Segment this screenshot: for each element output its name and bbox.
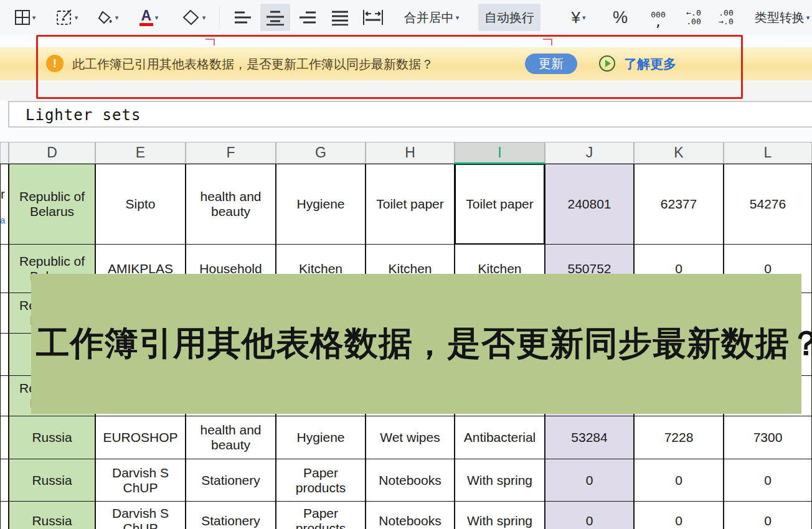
column-header-partial[interactable] (0, 142, 9, 164)
cell-G1[interactable]: Hygiene (276, 164, 366, 245)
fill-color-button[interactable]: ▾ (91, 4, 125, 31)
chevron-down-icon: ▾ (115, 14, 119, 22)
cell-L8[interactable]: 0 (724, 501, 812, 529)
cell-H8[interactable]: Notebooks (366, 501, 455, 529)
chevron-down-icon: ▾ (202, 14, 206, 22)
cell-I6[interactable]: Antibacterial (455, 416, 545, 459)
currency-button[interactable]: ¥ ▾ (562, 4, 595, 31)
cell-I8[interactable]: With spring (455, 501, 545, 529)
column-header-K[interactable]: K (634, 142, 724, 164)
chevron-down-icon: ▾ (155, 14, 159, 22)
column-header-H[interactable]: H (366, 142, 455, 164)
increase-decimal-button[interactable]: ←.0 .00 (680, 4, 707, 31)
cell-G8[interactable]: Paper products (276, 501, 366, 529)
wrap-text-button[interactable]: 自动换行 (478, 4, 541, 31)
cell-H7[interactable]: Notebooks (366, 459, 455, 502)
font-color-button[interactable]: A ▾ (133, 4, 164, 31)
thousands-separator-button[interactable]: 000 , (644, 4, 673, 31)
chevron-down-icon: ▾ (806, 14, 810, 22)
cell-E6[interactable]: EUROSHOP (95, 416, 186, 459)
cell-G6[interactable]: Hygiene (276, 416, 366, 459)
cell-K6[interactable]: 7228 (634, 416, 724, 459)
cell-F1[interactable]: health and beauty (186, 164, 276, 245)
column-header-I[interactable]: I (455, 142, 545, 164)
selected-column-underline (455, 162, 545, 164)
cell-partial[interactable] (0, 375, 9, 416)
cell-L7[interactable]: 0 (724, 459, 812, 502)
cell-E8[interactable]: Darvish S ChUP (95, 501, 186, 529)
cell-partial[interactable] (0, 244, 9, 293)
cell-I7[interactable]: With spring (455, 459, 545, 502)
indent-icon (362, 9, 384, 26)
cell-J6[interactable]: 53284 (545, 416, 634, 459)
align-left-button[interactable] (228, 4, 258, 31)
column-header-L[interactable]: L (724, 142, 812, 164)
cell-F6[interactable]: health and beauty (186, 416, 276, 459)
align-right-icon (297, 9, 318, 26)
cell-D1[interactable]: Republic of Belarus (9, 164, 95, 245)
indent-button[interactable] (357, 4, 389, 31)
cell-D8[interactable]: Russia (9, 501, 95, 529)
cell-partial[interactable] (0, 459, 9, 502)
cell-partial[interactable] (0, 416, 9, 459)
cell-K8[interactable]: 0 (634, 501, 724, 529)
borders-button[interactable]: ▾ (9, 4, 41, 31)
cell-partial[interactable] (0, 293, 9, 334)
caption-overlay: 工作簿引用其他表格数据，是否更新同步最新数据？ (31, 274, 801, 414)
reference-update-banner: ! 此工作簿已引用其他表格数据，是否更新工作簿以同步最新数据？ 更新 了解更多 (0, 47, 812, 80)
type-convert-button[interactable]: 类型转换 ▾ (752, 4, 812, 31)
draw-border-button[interactable]: ▾ (50, 4, 83, 31)
cell-H1[interactable]: Toilet paper (366, 164, 455, 245)
column-header-F[interactable]: F (186, 142, 276, 164)
merge-center-button[interactable]: 合并居中 ▾ (395, 4, 468, 31)
column-header-J[interactable]: J (545, 142, 634, 164)
play-icon[interactable] (599, 55, 615, 72)
caption-overlay-text: 工作簿引用其他表格数据，是否更新同步最新数据？ (36, 321, 812, 367)
chevron-down-icon: ▾ (32, 14, 36, 22)
cell-J8[interactable]: 0 (545, 501, 634, 529)
toolbar-separator (219, 6, 220, 29)
cell-J7[interactable]: 0 (545, 459, 634, 502)
column-header-E[interactable]: E (95, 142, 186, 164)
cell-F8[interactable]: Stationery (186, 501, 276, 529)
cell-L6[interactable]: 7300 (724, 416, 812, 459)
banner-bottom-strip (0, 80, 812, 100)
column-header-D[interactable]: D (9, 142, 95, 164)
justify-button[interactable] (325, 4, 355, 31)
cell-K1[interactable]: 62377 (634, 164, 724, 245)
cell-D6[interactable]: Russia (9, 416, 95, 459)
cell-partial[interactable] (0, 501, 9, 529)
percent-button[interactable]: % (608, 4, 633, 31)
increase-decimal-icon: ←.0 .00 (686, 9, 701, 26)
learn-more-link[interactable]: 了解更多 (624, 55, 676, 73)
update-button[interactable]: 更新 (525, 54, 577, 74)
cell-E1[interactable]: Sipto (95, 164, 186, 245)
cell-K7[interactable]: 0 (634, 459, 724, 502)
cell-E7[interactable]: Darvish S ChUP (95, 459, 186, 502)
formula-bar-value: Lighter sets (26, 106, 141, 124)
decrease-decimal-button[interactable]: .00 →.0 (712, 4, 740, 31)
cell-I1[interactable]: Toilet paper (455, 164, 545, 245)
column-header-G[interactable]: G (276, 142, 366, 164)
eraser-button[interactable]: ▾ (177, 4, 210, 31)
align-right-button[interactable] (293, 4, 323, 31)
cell-H6[interactable]: Wet wipes (366, 416, 455, 459)
cell-F7[interactable]: Stationery (186, 459, 276, 502)
draw-border-icon (55, 9, 73, 26)
cell-partial[interactable] (0, 333, 9, 376)
warning-icon: ! (46, 55, 64, 72)
annotation-corner-mark (205, 39, 215, 45)
align-center-button[interactable] (260, 4, 290, 31)
cell-G7[interactable]: Paper products (276, 459, 366, 502)
toolbar: ▾ ▾ ▾ A ▾ ▾ (0, 0, 812, 35)
cell-L1[interactable]: 54276 (724, 164, 812, 245)
cell-D7[interactable]: Russia (9, 459, 95, 502)
clipped-cell-fragment: r (1, 187, 5, 202)
chevron-down-icon: ▾ (456, 14, 460, 22)
formula-bar[interactable]: Lighter sets (8, 101, 812, 128)
cell-partial[interactable] (0, 164, 9, 245)
justify-icon (329, 9, 351, 26)
cell-J1[interactable]: 240801 (545, 164, 634, 245)
decrease-decimal-icon: .00 →.0 (719, 9, 733, 26)
borders-icon (14, 9, 31, 26)
